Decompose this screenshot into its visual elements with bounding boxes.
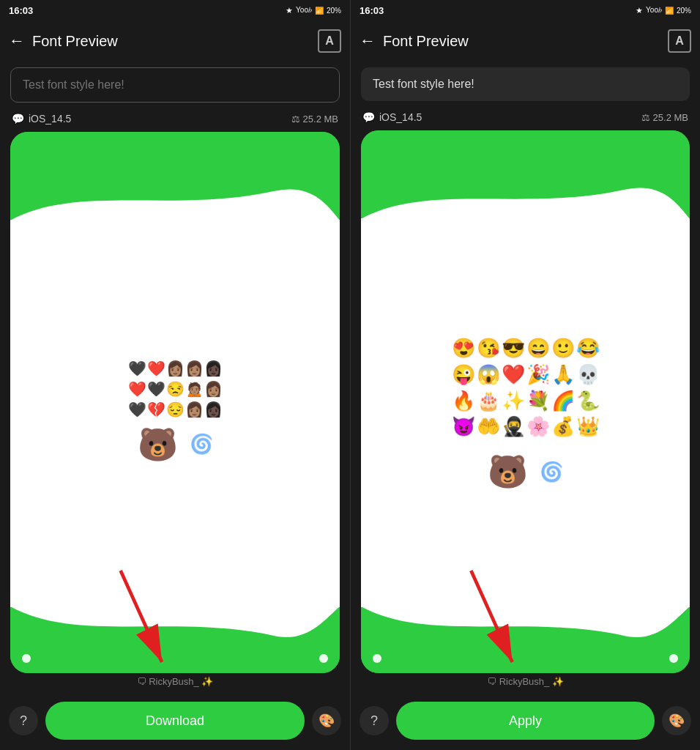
bluetooth-icon-right: ★ <box>636 6 643 15</box>
wave-bottom-right <box>361 606 690 650</box>
emoji-stack-left: 🖤 ❤️ 👩🏽 👩🏽 👩🏿 ❤️ 🖤 😒 🙍🏽 👩🏽 <box>128 358 223 420</box>
font-card-left: 🖤 ❤️ 👩🏽 👩🏽 👩🏿 ❤️ 🖤 😒 🙍🏽 👩🏽 <box>10 132 340 673</box>
palette-button-right[interactable]: 🎨 <box>662 706 691 735</box>
emoji-17: 🐍 <box>576 389 600 414</box>
dot-bl-right <box>373 654 381 663</box>
font-icon-right[interactable]: A <box>668 29 691 53</box>
emoji-22: 💰 <box>551 415 575 439</box>
question-icon-left: ? <box>20 713 27 729</box>
bottom-bar-right: ? Apply 🎨 <box>351 691 700 750</box>
emoji-grid-right: 😍 😘 😎 😄 🙂 😂 😜 😱 ❤️ 🎉 🙏 💀 🔥 🎂 ✨ 💐 <box>440 329 611 447</box>
status-bar-right: 16:03 ★ Yoo𝑏 📶 20% <box>351 0 700 21</box>
battery-icon-right: 20% <box>677 7 691 15</box>
white-middle-right: 😍 😘 😎 😄 🙂 😂 😜 😱 ❤️ 🎉 🙏 💀 🔥 🎂 ✨ 💐 <box>361 218 690 607</box>
help-button-left[interactable]: ? <box>9 706 38 735</box>
page-title-right: Font Preview <box>383 33 660 50</box>
emoji-3: 😄 <box>526 336 550 361</box>
green-top-right <box>361 130 690 218</box>
back-button-left[interactable]: ← <box>9 31 25 51</box>
right-panel: 16:03 ★ Yoo𝑏 📶 20% ← Font Preview A Test… <box>350 0 700 750</box>
back-button-right[interactable]: ← <box>360 31 376 51</box>
emoji-1: 😘 <box>477 336 500 361</box>
emoji-11: 💀 <box>576 363 600 387</box>
emoji-14: ✨ <box>502 389 525 414</box>
left-panel: 16:03 ★ Yoo𝑏 📶 20% ← Font Preview A 💬 iO… <box>0 0 350 750</box>
signal-icon-right: Yoo𝑏 <box>646 6 662 15</box>
text-preview-input-left[interactable] <box>23 78 327 92</box>
font-icon-left[interactable]: A <box>318 29 341 53</box>
green-card-right: 😍 😘 😎 😄 🙂 😂 😜 😱 ❤️ 🎉 🙏 💀 🔥 🎂 ✨ 💐 <box>361 130 690 673</box>
emoji-21: 🌸 <box>526 415 550 439</box>
emoji-2: 😎 <box>502 336 525 361</box>
bear-emoji-left: 🐻 <box>138 426 178 464</box>
emoji-13: 🎂 <box>477 389 500 414</box>
status-icons-right: ★ Yoo𝑏 📶 20% <box>636 6 691 15</box>
question-icon-right: ? <box>371 713 378 729</box>
emoji-8: ❤️ <box>502 363 525 387</box>
chat-icon-left: 💬 <box>12 113 24 125</box>
signal-icon: Yoo𝑏 <box>296 6 312 15</box>
emoji-0: 😍 <box>452 336 475 361</box>
font-name-left: 💬 iOS_14.5 <box>12 113 71 125</box>
header-right: ← Font Preview A <box>351 21 700 62</box>
wave-top-left <box>10 177 340 220</box>
swirl-emoji-left: 🌀 <box>190 433 213 456</box>
emoji-16: 🌈 <box>551 389 575 414</box>
emoji-row-1-left: 🖤 ❤️ 👩🏽 👩🏽 👩🏿 <box>128 358 223 379</box>
page-title-left: Font Preview <box>32 33 310 50</box>
font-size-right: ⚖ 25.2 MB <box>641 112 688 123</box>
bear-row-right: 🐻 🌀 <box>482 447 569 497</box>
emoji-row-3-left: 🖤 💔 😔 👩🏽 👩🏿 <box>128 399 223 420</box>
scale-icon-left: ⚖ <box>291 114 300 125</box>
emoji-15: 💐 <box>526 389 550 414</box>
help-button-right[interactable]: ? <box>360 706 389 735</box>
dot-br-left <box>319 654 328 663</box>
emoji-row-2-left: ❤️ 🖤 😒 🙍🏽 👩🏽 <box>128 379 223 399</box>
emoji-18: 😈 <box>452 415 475 439</box>
font-size-left: ⚖ 25.2 MB <box>291 114 338 125</box>
bluetooth-icon: ★ <box>286 6 293 15</box>
emoji-6: 😜 <box>452 363 475 387</box>
green-bottom-right <box>361 607 690 673</box>
green-top-left <box>10 132 340 220</box>
bear-emoji-right: 🐻 <box>488 453 528 491</box>
emoji-9: 🎉 <box>526 363 550 387</box>
palette-button-left[interactable]: 🎨 <box>312 706 341 735</box>
text-preview-value-right: Test font style here! <box>373 78 474 90</box>
battery-icon: 20% <box>327 7 341 15</box>
green-bottom-left <box>10 607 340 673</box>
emoji-19: 🤲 <box>477 415 500 439</box>
network-icon: 📶 <box>315 7 324 15</box>
scale-icon-right: ⚖ <box>641 112 650 123</box>
emoji-7: 😱 <box>477 363 500 387</box>
font-card-right: 😍 😘 😎 😄 🙂 😂 😜 😱 ❤️ 🎉 🙏 💀 🔥 🎂 ✨ 💐 <box>361 130 690 673</box>
emoji-5: 😂 <box>576 336 600 361</box>
status-time-right: 16:03 <box>360 5 384 16</box>
wave-bottom-left <box>10 606 340 650</box>
font-info-row-left: 💬 iOS_14.5 ⚖ 25.2 MB <box>0 108 350 129</box>
apply-button[interactable]: Apply <box>396 702 655 740</box>
chat-icon-right: 💬 <box>362 111 375 123</box>
author-right: 🗨 RickyBush_ ✨ <box>351 676 700 691</box>
green-card-left: 🖤 ❤️ 👩🏽 👩🏽 👩🏿 ❤️ 🖤 😒 🙍🏽 👩🏽 <box>10 132 340 673</box>
font-info-row-right: 💬 iOS_14.5 ⚖ 25.2 MB <box>351 107 700 127</box>
emoji-23: 👑 <box>576 415 600 439</box>
wave-top-right <box>361 175 690 219</box>
author-left: 🗨 RickyBush_ ✨ <box>0 676 350 691</box>
palette-icon-right: 🎨 <box>669 713 685 729</box>
status-time-left: 16:03 <box>9 5 33 16</box>
status-icons-left: ★ Yoo𝑏 📶 20% <box>286 6 341 15</box>
bear-row-left: 🐻 🌀 <box>132 420 219 469</box>
network-icon-right: 📶 <box>665 7 674 15</box>
dot-br-right <box>669 654 678 663</box>
download-button[interactable]: Download <box>45 702 305 740</box>
text-preview-right[interactable]: Test font style here! <box>361 67 690 101</box>
font-name-right: 💬 iOS_14.5 <box>362 111 422 123</box>
swirl-emoji-right: 🌀 <box>540 461 563 483</box>
bottom-bar-left: ? Download 🎨 <box>0 691 350 750</box>
dot-bl-left <box>22 654 31 663</box>
white-middle-left: 🖤 ❤️ 👩🏽 👩🏽 👩🏿 ❤️ 🖤 😒 🙍🏽 👩🏽 <box>10 220 340 607</box>
text-preview-left[interactable] <box>10 67 340 103</box>
emoji-10: 🙏 <box>551 363 575 387</box>
emoji-20: 🥷 <box>502 415 525 439</box>
